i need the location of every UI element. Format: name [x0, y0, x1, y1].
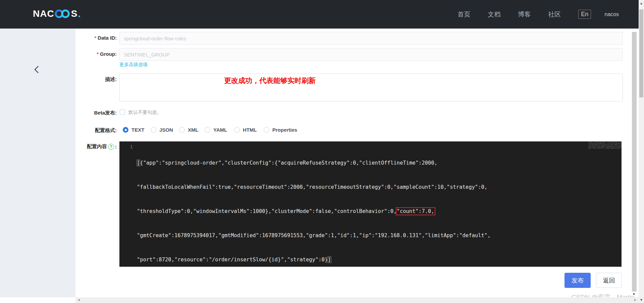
radio-yaml-label[interactable]: YAML [213, 127, 227, 133]
group-label: *Group: [37, 51, 117, 57]
content-scrollbar-down-arrow-icon[interactable]: ▼ [632, 292, 636, 296]
nacos-config-edit-page: NAC S . 首页 文档 博客 社区 En nacos [0, 0, 644, 303]
radio-xml-label[interactable]: XML [188, 127, 199, 133]
beta-publish-hint: 默认不要勾选。 [128, 110, 161, 116]
scroll-right-arrow-icon[interactable]: ► [634, 298, 637, 302]
radio-json[interactable] [151, 127, 156, 133]
top-navbar: NAC S . 首页 文档 博客 社区 En nacos [0, 0, 644, 29]
logo-dot: . [78, 8, 80, 19]
required-asterisk: * [97, 51, 99, 57]
line-number: 1 [119, 141, 137, 267]
code-line-1: [{"app":"springcloud-order","clusterConf… [137, 159, 622, 167]
code-line-5: "port":8720,"resource":"/order/insertSlo… [137, 256, 622, 264]
logo-text-right: S [71, 8, 78, 19]
vertical-scrollbar-thumb[interactable] [639, 9, 643, 97]
infinity-logo-icon [54, 9, 71, 19]
radio-xml[interactable] [179, 127, 185, 133]
description-textarea[interactable] [119, 74, 623, 101]
bracket-match-open: [ [137, 160, 140, 166]
code-line-3: "thresholdType":0,"windowIntervalMs":100… [137, 207, 622, 215]
required-asterisk: * [94, 35, 96, 41]
chevron-left-icon [32, 65, 42, 74]
radio-text[interactable] [123, 127, 128, 133]
logo-text-left: NAC [33, 8, 54, 19]
radio-properties-label[interactable]: Properties [272, 127, 297, 133]
radio-yaml[interactable] [205, 127, 210, 133]
code-line-2: "fallbackToLocalWhenFail":true,"resource… [137, 183, 622, 191]
config-format-label: 配置格式: [37, 127, 117, 134]
radio-json-label[interactable]: JSON [159, 127, 173, 133]
scroll-left-arrow-icon[interactable]: ◄ [77, 298, 80, 302]
scroll-down-arrow-icon[interactable]: ▼ [640, 298, 643, 302]
count-value-highlight-box: "count":7.0, [397, 208, 434, 214]
nav-link-home[interactable]: 首页 [458, 10, 470, 19]
help-icon[interactable]: ? [108, 144, 114, 150]
data-id-input[interactable] [119, 32, 623, 45]
radio-html[interactable] [234, 127, 240, 133]
horizontal-scrollbar[interactable]: ◄ ► [75, 297, 639, 303]
radio-properties[interactable] [264, 127, 269, 133]
sidebar-collapse-button[interactable] [32, 65, 42, 74]
nav-link-docs[interactable]: 文档 [488, 10, 500, 19]
nav-link-blog[interactable]: 博客 [518, 10, 531, 19]
group-input[interactable] [119, 48, 623, 61]
scroll-up-arrow-icon[interactable]: ▲ [640, 1, 643, 5]
language-toggle-button[interactable]: En [578, 10, 591, 19]
publish-button[interactable]: 发布 [565, 273, 591, 288]
bracket-match-close: ] [328, 257, 331, 263]
browser-vertical-scrollbar[interactable]: ▲ ▼ [639, 0, 644, 303]
config-content-label: 配置内容 ? : [37, 143, 117, 150]
more-advanced-options-link[interactable]: 更多高级选项 [119, 62, 148, 68]
left-sidebar-collapsed [0, 29, 75, 297]
nacos-logo[interactable]: NAC S . [33, 8, 81, 19]
content-vertical-scrollbar-thumb[interactable] [632, 32, 637, 292]
editor-minimap[interactable]: {"app":"springcloud-order","clusterConfi… [588, 141, 622, 152]
beta-publish-checkbox[interactable] [120, 110, 125, 115]
radio-html-label[interactable]: HTML [243, 127, 257, 133]
current-user[interactable]: nacos [604, 11, 619, 17]
back-button[interactable]: 返回 [596, 273, 622, 288]
code-area[interactable]: [{"app":"springcloud-order","clusterConf… [137, 141, 622, 267]
radio-text-label[interactable]: TEXT [131, 127, 144, 133]
config-content-editor[interactable]: 1 [{"app":"springcloud-order","clusterCo… [119, 141, 622, 267]
description-label: 描述: [37, 76, 117, 83]
red-annotation-text: 更改成功，代表能够实时刷新 [224, 76, 316, 85]
nav-link-community[interactable]: 社区 [548, 10, 561, 19]
data-id-label: *Data ID: [37, 35, 117, 41]
beta-publish-label: Beta发布: [37, 110, 117, 116]
nav-links: 首页 文档 博客 社区 En nacos [458, 0, 644, 29]
code-line-4: "gmtCreate":1678975394017,"gmtModified":… [137, 231, 622, 240]
